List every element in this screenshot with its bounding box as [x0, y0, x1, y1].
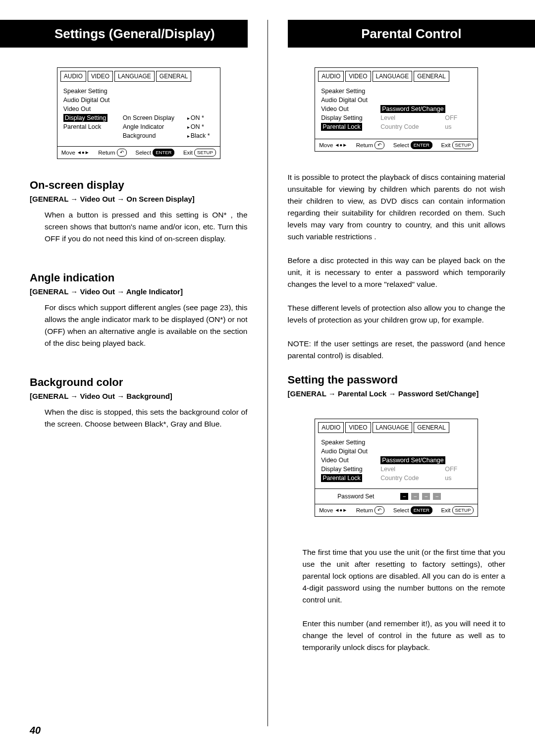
osd-menu-item: Speaker Setting — [63, 88, 123, 95]
osd-tab: AUDIO — [60, 71, 86, 82]
osd-sub-label: On Screen Display — [123, 114, 187, 121]
setup-icon: SETUP — [452, 506, 474, 514]
osd-screenshot-display: AUDIO VIDEO LANGUAGE GENERAL Speaker Set… — [57, 67, 220, 159]
paragraph: Enter this number (and remember it!), as… — [288, 618, 506, 653]
osd-tab: AUDIO — [318, 71, 344, 82]
osd-sub-value: ON * — [187, 114, 204, 121]
osd-sub-value: us — [445, 123, 451, 130]
enter-icon: ENTER — [411, 506, 432, 514]
section-title-left: Settings (General/Display) — [0, 20, 248, 48]
paragraph: When the disc is stopped, this sets the … — [30, 406, 248, 430]
enter-icon: ENTER — [411, 141, 432, 149]
osd-menu-item-selected: Display Setting — [63, 114, 107, 122]
osd-sub-label-selected: Password Set/Change — [380, 456, 445, 464]
osd-foot-select: Select — [393, 142, 409, 148]
osd-sub-value: OFF — [445, 466, 457, 473]
setup-icon: SETUP — [194, 149, 216, 157]
osd-sub-label: Background — [123, 132, 187, 139]
paragraph: When a button is pressed and this settin… — [30, 209, 248, 245]
osd-foot-select: Select — [135, 150, 151, 156]
osd-sub-value: us — [445, 475, 451, 482]
return-icon: ↶ — [374, 141, 384, 149]
osd-sub-value: OFF — [445, 114, 457, 121]
osd-tab: GENERAL — [156, 71, 191, 82]
enter-icon: ENTER — [153, 149, 174, 157]
column-divider — [268, 20, 268, 726]
osd-sub-label: Country Code — [380, 475, 445, 482]
osd-sub-value: Black * — [187, 132, 210, 139]
osd-foot-return: Return — [356, 507, 374, 513]
breadcrumb: [GENERAL → Video Out → On Screen Display… — [30, 195, 248, 203]
osd-menu-item: Video Out — [321, 457, 380, 464]
osd-menu-item: Display Setting — [321, 114, 380, 121]
osd-tab: AUDIO — [318, 422, 344, 433]
return-icon: ↶ — [374, 506, 384, 514]
osd-menu-item: Video Out — [63, 106, 123, 112]
osd-menu-item-selected: Parental Lock — [321, 123, 362, 131]
osd-tab: VIDEO — [345, 71, 371, 82]
return-icon: ↶ — [117, 149, 127, 157]
osd-foot-return: Return — [356, 142, 374, 148]
page-number: 40 — [30, 725, 41, 736]
breadcrumb: [GENERAL → Video Out → Angle Indicator] — [30, 287, 248, 296]
osd-menu-item: Audio Digital Out — [321, 97, 380, 104]
osd-menu-item: Speaker Setting — [321, 88, 380, 95]
paragraph: For discs which support different angles… — [30, 302, 248, 349]
heading-setting-password: Setting the password — [288, 374, 506, 386]
osd-foot-select: Select — [393, 507, 409, 513]
password-digit: – — [411, 493, 419, 500]
paragraph: The first time that you use the unit (or… — [288, 546, 506, 606]
password-digit: – — [433, 493, 441, 500]
osd-menu-item: Video Out — [321, 106, 380, 112]
osd-foot-move: Move — [319, 507, 333, 513]
heading-background-color: Background color — [30, 376, 248, 389]
osd-sub-label-selected: Password Set/Change — [380, 105, 445, 113]
setup-icon: SETUP — [452, 141, 474, 149]
osd-tab: GENERAL — [414, 71, 449, 82]
paragraph: These different levels of protection als… — [288, 302, 506, 326]
dpad-icon: ◄●► — [77, 150, 90, 155]
osd-foot-move: Move — [319, 142, 333, 148]
osd-tab: GENERAL — [414, 422, 449, 433]
osd-screenshot-parental: AUDIO VIDEO LANGUAGE GENERAL Speaker Set… — [315, 67, 478, 152]
dpad-icon: ◄●► — [334, 508, 347, 513]
osd-tab: LANGUAGE — [373, 71, 413, 82]
osd-tab: LANGUAGE — [373, 422, 413, 433]
paragraph: It is possible to protect the playback o… — [288, 171, 506, 243]
osd-menu-item: Audio Digital Out — [63, 97, 123, 104]
password-digit: – — [422, 493, 430, 500]
breadcrumb: [GENERAL → Video Out → Background] — [30, 392, 248, 400]
osd-screenshot-password: AUDIO VIDEO LANGUAGE GENERAL Speaker Set… — [315, 419, 478, 517]
paragraph: Before a disc protected in this way can … — [288, 255, 506, 290]
osd-menu-item: Display Setting — [321, 466, 380, 473]
breadcrumb: [GENERAL → Parental Lock → Password Set/… — [288, 389, 506, 398]
heading-onscreen-display: On-screen display — [30, 179, 248, 192]
heading-angle-indication: Angle indication — [30, 271, 248, 284]
osd-foot-exit: Exit — [441, 507, 450, 513]
osd-tab: LANGUAGE — [114, 71, 155, 82]
osd-sub-label: Level — [380, 114, 445, 121]
osd-foot-exit: Exit — [441, 142, 450, 148]
section-title-right: Parental Control — [288, 20, 535, 48]
osd-tab: VIDEO — [345, 422, 371, 433]
osd-menu-item: Speaker Setting — [321, 439, 380, 446]
osd-sub-value: ON * — [187, 123, 204, 130]
paragraph: NOTE: If the user settings are reset, th… — [288, 338, 506, 362]
osd-menu-item: Audio Digital Out — [321, 448, 380, 455]
osd-foot-exit: Exit — [183, 150, 193, 156]
osd-foot-return: Return — [98, 150, 115, 156]
osd-sub-label: Angle Indicator — [123, 123, 187, 130]
osd-menu-item-selected: Parental Lock — [321, 474, 362, 482]
osd-tab: VIDEO — [88, 71, 113, 82]
osd-foot-move: Move — [61, 150, 75, 156]
password-digit: – — [400, 493, 408, 500]
password-set-label: Password Set — [321, 493, 390, 500]
osd-menu-item: Parental Lock — [63, 123, 123, 130]
dpad-icon: ◄●► — [334, 143, 347, 148]
osd-sub-label: Level — [380, 466, 445, 473]
osd-sub-label: Country Code — [380, 123, 445, 130]
